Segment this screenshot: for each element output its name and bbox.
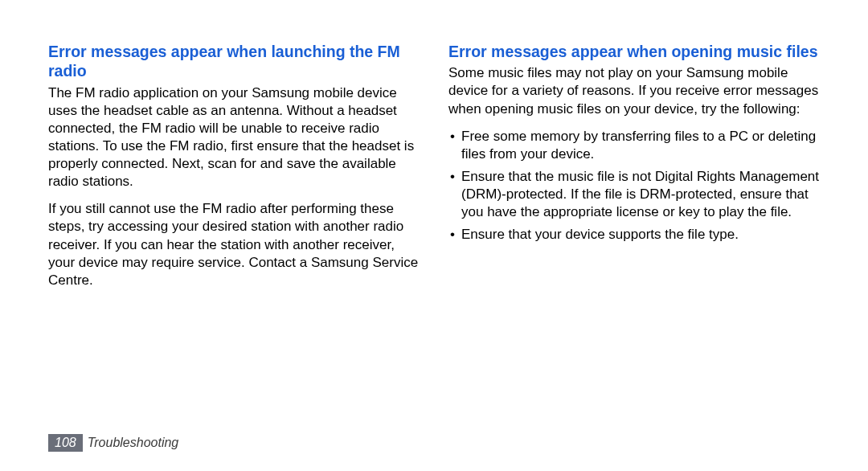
heading-fm-radio: Error messages appear when launching the… [48, 42, 420, 81]
list-item: Ensure that the music file is not Digita… [448, 168, 820, 221]
page-number: 108 [48, 434, 83, 452]
page-footer: 108 Troubleshooting [48, 434, 178, 452]
page-content: Error messages appear when launching the… [48, 42, 820, 299]
paragraph-fm-2: If you still cannot use the FM radio aft… [48, 200, 420, 289]
section-title: Troubleshooting [88, 436, 179, 450]
heading-music-files: Error messages appear when opening music… [448, 42, 820, 61]
left-column: Error messages appear when launching the… [48, 42, 420, 299]
bullet-list-music: Free some memory by transferring files t… [448, 128, 820, 244]
paragraph-fm-1: The FM radio application on your Samsung… [48, 84, 420, 191]
right-column: Error messages appear when opening music… [448, 42, 820, 299]
paragraph-music-1: Some music files may not play on your Sa… [448, 64, 820, 117]
list-item: Free some memory by transferring files t… [448, 128, 820, 163]
list-item: Ensure that your device supports the fil… [448, 226, 820, 244]
